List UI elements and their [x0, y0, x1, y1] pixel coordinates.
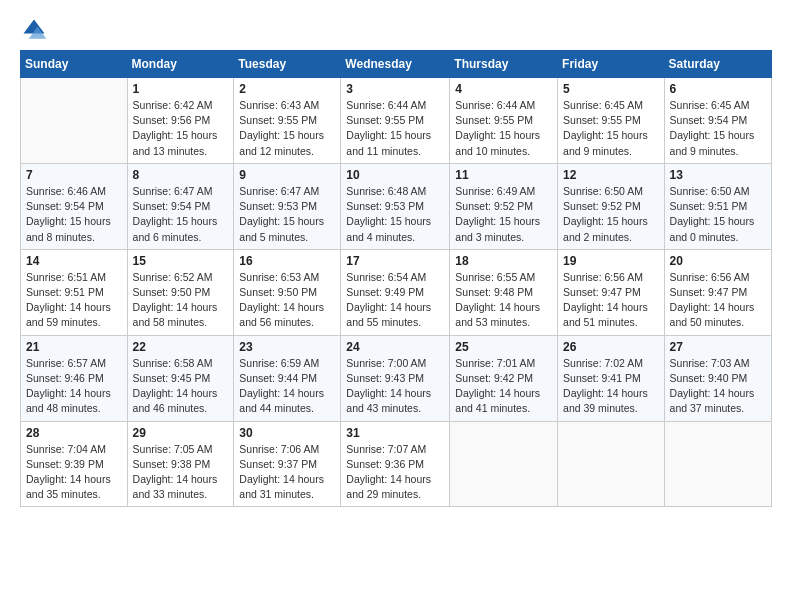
day-info: Sunrise: 6:44 AM Sunset: 9:55 PM Dayligh… [455, 98, 552, 159]
calendar-header-monday: Monday [127, 51, 234, 78]
day-number: 16 [239, 254, 335, 268]
day-number: 5 [563, 82, 659, 96]
day-info: Sunrise: 6:48 AM Sunset: 9:53 PM Dayligh… [346, 184, 444, 245]
calendar-cell: 26Sunrise: 7:02 AM Sunset: 9:41 PM Dayli… [558, 335, 665, 421]
day-number: 17 [346, 254, 444, 268]
calendar-header-sunday: Sunday [21, 51, 128, 78]
calendar-header-tuesday: Tuesday [234, 51, 341, 78]
day-number: 6 [670, 82, 766, 96]
day-number: 10 [346, 168, 444, 182]
calendar-page: SundayMondayTuesdayWednesdayThursdayFrid… [0, 0, 792, 612]
calendar-cell: 5Sunrise: 6:45 AM Sunset: 9:55 PM Daylig… [558, 78, 665, 164]
calendar-week-row: 28Sunrise: 7:04 AM Sunset: 9:39 PM Dayli… [21, 421, 772, 507]
calendar-cell: 4Sunrise: 6:44 AM Sunset: 9:55 PM Daylig… [450, 78, 558, 164]
day-info: Sunrise: 6:56 AM Sunset: 9:47 PM Dayligh… [670, 270, 766, 331]
calendar-cell: 25Sunrise: 7:01 AM Sunset: 9:42 PM Dayli… [450, 335, 558, 421]
calendar-cell: 13Sunrise: 6:50 AM Sunset: 9:51 PM Dayli… [664, 163, 771, 249]
calendar-cell: 30Sunrise: 7:06 AM Sunset: 9:37 PM Dayli… [234, 421, 341, 507]
calendar-week-row: 14Sunrise: 6:51 AM Sunset: 9:51 PM Dayli… [21, 249, 772, 335]
calendar-cell: 19Sunrise: 6:56 AM Sunset: 9:47 PM Dayli… [558, 249, 665, 335]
calendar-cell: 31Sunrise: 7:07 AM Sunset: 9:36 PM Dayli… [341, 421, 450, 507]
day-number: 8 [133, 168, 229, 182]
calendar-cell: 2Sunrise: 6:43 AM Sunset: 9:55 PM Daylig… [234, 78, 341, 164]
day-number: 21 [26, 340, 122, 354]
day-info: Sunrise: 7:05 AM Sunset: 9:38 PM Dayligh… [133, 442, 229, 503]
day-info: Sunrise: 6:54 AM Sunset: 9:49 PM Dayligh… [346, 270, 444, 331]
calendar-cell: 28Sunrise: 7:04 AM Sunset: 9:39 PM Dayli… [21, 421, 128, 507]
calendar-cell: 14Sunrise: 6:51 AM Sunset: 9:51 PM Dayli… [21, 249, 128, 335]
day-info: Sunrise: 6:51 AM Sunset: 9:51 PM Dayligh… [26, 270, 122, 331]
day-info: Sunrise: 6:52 AM Sunset: 9:50 PM Dayligh… [133, 270, 229, 331]
calendar-cell: 12Sunrise: 6:50 AM Sunset: 9:52 PM Dayli… [558, 163, 665, 249]
day-number: 1 [133, 82, 229, 96]
day-number: 13 [670, 168, 766, 182]
day-number: 9 [239, 168, 335, 182]
day-info: Sunrise: 7:02 AM Sunset: 9:41 PM Dayligh… [563, 356, 659, 417]
calendar-cell: 1Sunrise: 6:42 AM Sunset: 9:56 PM Daylig… [127, 78, 234, 164]
day-info: Sunrise: 6:42 AM Sunset: 9:56 PM Dayligh… [133, 98, 229, 159]
day-info: Sunrise: 6:59 AM Sunset: 9:44 PM Dayligh… [239, 356, 335, 417]
calendar-header-saturday: Saturday [664, 51, 771, 78]
day-number: 4 [455, 82, 552, 96]
logo [20, 16, 52, 44]
day-info: Sunrise: 6:45 AM Sunset: 9:55 PM Dayligh… [563, 98, 659, 159]
calendar-cell: 18Sunrise: 6:55 AM Sunset: 9:48 PM Dayli… [450, 249, 558, 335]
calendar-cell: 9Sunrise: 6:47 AM Sunset: 9:53 PM Daylig… [234, 163, 341, 249]
day-number: 25 [455, 340, 552, 354]
day-number: 15 [133, 254, 229, 268]
day-number: 28 [26, 426, 122, 440]
logo-icon [20, 16, 48, 44]
day-info: Sunrise: 6:50 AM Sunset: 9:52 PM Dayligh… [563, 184, 659, 245]
day-number: 14 [26, 254, 122, 268]
day-info: Sunrise: 7:07 AM Sunset: 9:36 PM Dayligh… [346, 442, 444, 503]
day-info: Sunrise: 6:53 AM Sunset: 9:50 PM Dayligh… [239, 270, 335, 331]
day-number: 20 [670, 254, 766, 268]
calendar-cell: 6Sunrise: 6:45 AM Sunset: 9:54 PM Daylig… [664, 78, 771, 164]
day-number: 3 [346, 82, 444, 96]
day-info: Sunrise: 6:50 AM Sunset: 9:51 PM Dayligh… [670, 184, 766, 245]
calendar-cell: 22Sunrise: 6:58 AM Sunset: 9:45 PM Dayli… [127, 335, 234, 421]
calendar-cell: 10Sunrise: 6:48 AM Sunset: 9:53 PM Dayli… [341, 163, 450, 249]
calendar-cell: 15Sunrise: 6:52 AM Sunset: 9:50 PM Dayli… [127, 249, 234, 335]
calendar-cell: 11Sunrise: 6:49 AM Sunset: 9:52 PM Dayli… [450, 163, 558, 249]
calendar-header-friday: Friday [558, 51, 665, 78]
calendar-cell: 24Sunrise: 7:00 AM Sunset: 9:43 PM Dayli… [341, 335, 450, 421]
day-number: 30 [239, 426, 335, 440]
calendar-cell: 23Sunrise: 6:59 AM Sunset: 9:44 PM Dayli… [234, 335, 341, 421]
calendar-cell: 21Sunrise: 6:57 AM Sunset: 9:46 PM Dayli… [21, 335, 128, 421]
day-info: Sunrise: 6:47 AM Sunset: 9:54 PM Dayligh… [133, 184, 229, 245]
day-info: Sunrise: 6:57 AM Sunset: 9:46 PM Dayligh… [26, 356, 122, 417]
day-number: 23 [239, 340, 335, 354]
day-info: Sunrise: 6:49 AM Sunset: 9:52 PM Dayligh… [455, 184, 552, 245]
calendar-cell: 20Sunrise: 6:56 AM Sunset: 9:47 PM Dayli… [664, 249, 771, 335]
calendar-cell: 16Sunrise: 6:53 AM Sunset: 9:50 PM Dayli… [234, 249, 341, 335]
calendar-week-row: 21Sunrise: 6:57 AM Sunset: 9:46 PM Dayli… [21, 335, 772, 421]
calendar-cell [21, 78, 128, 164]
day-info: Sunrise: 6:43 AM Sunset: 9:55 PM Dayligh… [239, 98, 335, 159]
day-info: Sunrise: 6:46 AM Sunset: 9:54 PM Dayligh… [26, 184, 122, 245]
calendar-cell [558, 421, 665, 507]
calendar-week-row: 7Sunrise: 6:46 AM Sunset: 9:54 PM Daylig… [21, 163, 772, 249]
calendar-table: SundayMondayTuesdayWednesdayThursdayFrid… [20, 50, 772, 507]
day-info: Sunrise: 6:56 AM Sunset: 9:47 PM Dayligh… [563, 270, 659, 331]
calendar-header-thursday: Thursday [450, 51, 558, 78]
calendar-header-wednesday: Wednesday [341, 51, 450, 78]
day-info: Sunrise: 7:00 AM Sunset: 9:43 PM Dayligh… [346, 356, 444, 417]
day-number: 7 [26, 168, 122, 182]
calendar-cell [450, 421, 558, 507]
calendar-cell: 3Sunrise: 6:44 AM Sunset: 9:55 PM Daylig… [341, 78, 450, 164]
calendar-cell: 8Sunrise: 6:47 AM Sunset: 9:54 PM Daylig… [127, 163, 234, 249]
day-number: 18 [455, 254, 552, 268]
calendar-cell: 27Sunrise: 7:03 AM Sunset: 9:40 PM Dayli… [664, 335, 771, 421]
day-info: Sunrise: 6:44 AM Sunset: 9:55 PM Dayligh… [346, 98, 444, 159]
page-header [20, 16, 772, 44]
calendar-cell [664, 421, 771, 507]
day-info: Sunrise: 7:03 AM Sunset: 9:40 PM Dayligh… [670, 356, 766, 417]
day-number: 19 [563, 254, 659, 268]
day-number: 29 [133, 426, 229, 440]
day-info: Sunrise: 7:04 AM Sunset: 9:39 PM Dayligh… [26, 442, 122, 503]
day-number: 26 [563, 340, 659, 354]
calendar-cell: 17Sunrise: 6:54 AM Sunset: 9:49 PM Dayli… [341, 249, 450, 335]
day-number: 11 [455, 168, 552, 182]
calendar-cell: 7Sunrise: 6:46 AM Sunset: 9:54 PM Daylig… [21, 163, 128, 249]
